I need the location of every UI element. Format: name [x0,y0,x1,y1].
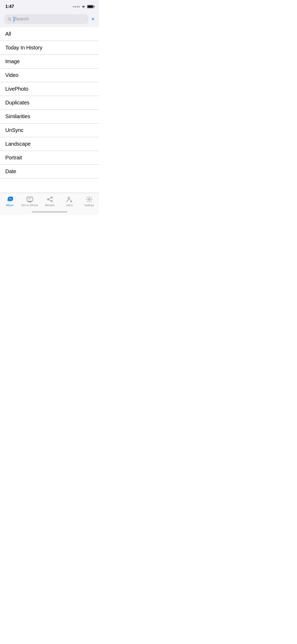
list-item-label-similarities: Similarities [5,113,30,119]
list-item-live-photo[interactable]: LivePhoto [0,82,99,96]
list-item-label-image: Image [5,58,20,65]
album-tab-icon [6,196,13,203]
list-item-label-video: Video [5,72,18,78]
search-bar-container: Search ✕ [0,12,99,27]
search-bar[interactable]: Search [4,14,88,24]
list-item-image[interactable]: Image [0,55,99,68]
tab-album[interactable]: Album [2,196,18,207]
list-item-all[interactable]: All [0,27,99,41]
svg-rect-3 [8,197,13,200]
tab-member[interactable]: Member [42,196,58,207]
wifi-icon [81,5,86,8]
status-bar: 1:47 [0,0,99,12]
home-indicator [32,211,67,213]
status-icons [73,5,94,8]
search-icon [7,17,12,21]
list-item-date[interactable]: Date [0,165,99,178]
list-item-label-unsync: UnSync [5,127,23,133]
list-item-video[interactable]: Video [0,68,99,82]
list-item-unsync[interactable]: UnSync [0,123,99,137]
settings-tab-icon [86,196,93,203]
signal-icon [73,6,80,7]
cancel-button[interactable]: ✕ [91,16,95,22]
tab-inbox[interactable]: Inbox [62,196,77,207]
list-item-label-today-in-history: Today In History [5,45,42,51]
tab-inbox-label: Inbox [66,204,73,207]
tab-settings-label: Settings [84,204,94,207]
list-item-label-landscape: Landscape [5,141,31,147]
list-item-landscape[interactable]: Landscape [0,137,99,151]
tab-not-on-iphone[interactable]: Not on iPhone [21,196,38,207]
list-item-today-in-history[interactable]: Today In History [0,41,99,55]
list-item-similarities[interactable]: Similarities [0,110,99,123]
list-container: AllToday In HistoryImageVideoLivePhotoDu… [0,27,99,178]
inbox-tab-icon [66,196,73,203]
battery-icon [87,5,94,8]
list-item-label-live-photo: LivePhoto [5,86,28,92]
list-item-label-portrait: Portrait [5,155,22,161]
list-item-label-all: All [5,31,11,37]
svg-point-4 [10,198,10,199]
search-input[interactable]: Search [14,16,85,22]
list-item-portrait[interactable]: Portrait [0,151,99,165]
list-item-label-date: Date [5,168,16,174]
list-item-duplicates[interactable]: Duplicates [0,96,99,110]
search-cursor [14,17,14,22]
tab-settings[interactable]: Settings [81,196,97,207]
list-item-label-duplicates: Duplicates [5,100,29,106]
status-time: 1:47 [5,4,14,9]
member-tab-icon [46,196,54,203]
not-on-iphone-tab-icon [26,196,34,203]
svg-point-9 [68,197,70,199]
svg-point-10 [88,199,90,200]
tab-member-label: Member [45,204,55,207]
tab-not-on-iphone-label: Not on iPhone [21,204,38,207]
tab-album-label: Album [6,204,13,207]
